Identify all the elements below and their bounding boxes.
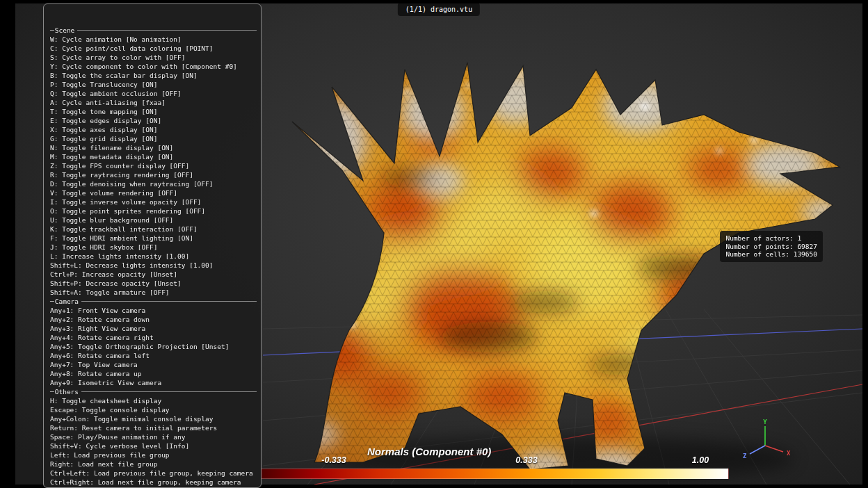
cheatsheet-item: Any+3: Right View camera xyxy=(50,324,257,333)
filename-badge: (1/1) dragon.vtu xyxy=(398,3,480,16)
scalar-bar-tick-mid: 0.333 xyxy=(515,455,537,465)
cheatsheet-item: Q: Toggle ambient occlusion [OFF] xyxy=(50,89,257,98)
cheatsheet-item: Any+5: Toggle Orthographic Projection [U… xyxy=(50,342,257,351)
axis-z-label: Z xyxy=(743,453,747,459)
cheatsheet-item: P: Toggle Translucency [ON] xyxy=(50,80,257,89)
cheatsheet-item: Shift+L: Decrease lights intensity [1.00… xyxy=(50,261,257,270)
cheatsheet-item: Any+1: Front View camera xyxy=(50,306,257,315)
cheatsheet-item: X: Toggle axes display [ON] xyxy=(50,125,257,134)
cheatsheet-item: Shift+A: Toggle armature [OFF] xyxy=(50,288,257,297)
cheatsheet-section-header-others: ─Others xyxy=(50,387,257,396)
metadata-line-cells: Number of cells: 139650 xyxy=(725,250,817,259)
cheatsheet-item: D: Toggle denoising when raytracing [OFF… xyxy=(50,179,257,188)
cheatsheet-item: Z: Toggle FPS counter display [OFF] xyxy=(50,161,257,170)
scalar-bar-gradient xyxy=(261,469,729,479)
cheatsheet-item: Ctrl+Right: Load next file group, keepin… xyxy=(50,478,257,487)
axes-widget: Y X Z xyxy=(740,419,810,468)
cheatsheet-item: Any+9: Isometric View camera xyxy=(50,378,257,387)
cheatsheet-item: J: Toggle HDRI skybox [OFF] xyxy=(50,243,257,252)
cheatsheet-item: Any+2: Rotate camera down xyxy=(50,315,257,324)
cheatsheet-item: U: Toggle blur background [OFF] xyxy=(50,215,257,225)
cheatsheet-item: W: Cycle animation [No animation] xyxy=(50,35,257,44)
metadata-box: Number of actors: 1 Number of points: 69… xyxy=(720,231,823,262)
cheatsheet: ─SceneW: Cycle animation [No animation]C… xyxy=(43,3,262,488)
cheatsheet-item: Left: Load previous file group xyxy=(50,450,257,459)
cheatsheet-item: Shift+V: Cycle verbose level [Info] xyxy=(50,441,257,450)
cheatsheet-item: Right: Load next file group xyxy=(50,459,257,469)
cheatsheet-item: Any+8: Rotate camera up xyxy=(50,369,257,378)
scalar-bar-tick-max: 1.00 xyxy=(692,455,709,465)
cheatsheet-item: Any+7: Top View camera xyxy=(50,360,257,369)
cheatsheet-item: O: Toggle point sprites rendering [OFF] xyxy=(50,206,257,215)
cheatsheet-item: A: Cycle anti-aliasing [fxaa] xyxy=(50,98,257,107)
application-window: (1/1) dragon.vtu Number of actors: 1 Num… xyxy=(0,0,868,488)
cheatsheet-item: I: Toggle inverse volume opacity [OFF] xyxy=(50,197,257,206)
cheatsheet-content: ─SceneW: Cycle animation [No animation]C… xyxy=(50,26,257,488)
cheatsheet-item: H: Toggle cheatsheet display xyxy=(50,396,257,405)
cheatsheet-item: V: Toggle volume rendering [OFF] xyxy=(50,188,257,197)
scalar-bar: Normals (Component #0) -0.333 0.333 1.00 xyxy=(261,446,729,485)
cheatsheet-item: L: Increase lights intensity [1.00] xyxy=(50,252,257,261)
cheatsheet-item: B: Toggle the scalar bar display [ON] xyxy=(50,71,257,80)
cheatsheet-item: M: Toggle metadata display [ON] xyxy=(50,152,257,161)
axis-y-label: Y xyxy=(763,419,767,425)
cheatsheet-item: N: Toggle filename display [ON] xyxy=(50,143,257,152)
metadata-line-points: Number of points: 69827 xyxy=(725,243,817,251)
cheatsheet-item: Ctrl+Left: Load previous file group, kee… xyxy=(50,469,257,478)
cheatsheet-item: Space: Play/Pause animation if any xyxy=(50,432,257,441)
dragon-mesh xyxy=(290,63,843,476)
axis-x-line xyxy=(765,446,783,452)
cheatsheet-item: Ctrl+P: Increase opacity [Unset] xyxy=(50,270,257,279)
cheatsheet-item: Any+4: Rotate camera right xyxy=(50,333,257,342)
cheatsheet-item: R: Toggle raytracing rendering [OFF] xyxy=(50,170,257,179)
cheatsheet-item: T: Toggle tone mapping [ON] xyxy=(50,107,257,116)
cheatsheet-item: Escape: Toggle console display xyxy=(50,405,257,414)
cheatsheet-item: Y: Cycle component to color with [Compon… xyxy=(50,62,257,71)
cheatsheet-item: Return: Reset camera to initial paramete… xyxy=(50,423,257,432)
axis-z-line xyxy=(750,446,765,454)
cheatsheet-item: G: Toggle grid display [ON] xyxy=(50,134,257,143)
cheatsheet-item: Shift+P: Decrease opacity [Unset] xyxy=(50,279,257,288)
axis-x-label: X xyxy=(787,450,791,457)
scalar-bar-title: Normals (Component #0) xyxy=(367,446,491,457)
scalar-bar-tick-min: -0.333 xyxy=(321,455,346,465)
cheatsheet-section-header-camera: ─Camera xyxy=(50,297,257,306)
cheatsheet-item: F: Toggle HDRI ambient lighting [ON] xyxy=(50,234,257,243)
cheatsheet-item: E: Toggle edges display [ON] xyxy=(50,116,257,125)
cheatsheet-section-header-scene: ─Scene xyxy=(50,26,257,35)
metadata-line-actors: Number of actors: 1 xyxy=(725,234,817,243)
cheatsheet-item: Any+Colon: Toggle minimal console displa… xyxy=(50,414,257,423)
cheatsheet-item: S: Cycle array to color with [OFF] xyxy=(50,53,257,62)
cheatsheet-item: C: Cycle point/cell data coloring [POINT… xyxy=(50,44,257,53)
cheatsheet-item: Any+6: Rotate camera left xyxy=(50,351,257,360)
cheatsheet-item: K: Toggle trackball interaction [OFF] xyxy=(50,225,257,234)
